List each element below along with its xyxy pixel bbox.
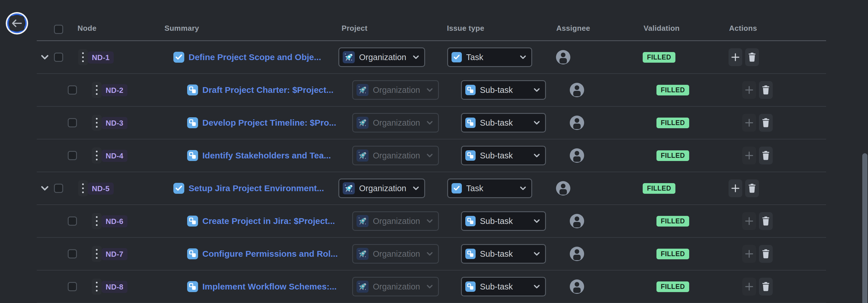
issue-type-select[interactable]: Sub-task — [461, 244, 546, 264]
summary-cell: Develop Project Timeline: $Pro... — [187, 107, 336, 139]
summary-link[interactable]: Configure Permissions and Rol... — [203, 249, 338, 259]
table-row: ND-8 Implement Workflow Schemes:... — [37, 271, 826, 303]
add-row-button[interactable] — [728, 48, 742, 66]
row-checkbox[interactable] — [68, 249, 77, 258]
drag-handle-icon[interactable] — [78, 49, 88, 65]
drag-handle-icon[interactable] — [92, 115, 102, 131]
row-checkbox[interactable] — [54, 53, 63, 62]
drag-handle-icon[interactable] — [92, 147, 102, 164]
assignee-avatar person-avatar-icon[interactable] — [556, 50, 570, 64]
issue-type-select[interactable]: Task — [447, 178, 532, 198]
subtask-icon — [465, 85, 476, 95]
chevron-down-icon — [413, 186, 419, 190]
rocket-icon — [356, 117, 369, 129]
column-header-project: Project — [342, 24, 367, 33]
subtask-icon — [465, 117, 476, 128]
assignee-avatar person-avatar-icon[interactable] — [570, 214, 584, 228]
row-checkbox[interactable] — [54, 184, 63, 193]
plus-icon — [745, 118, 754, 127]
back-button[interactable] — [7, 13, 27, 33]
delete-row-button[interactable] — [759, 114, 773, 132]
summary-link[interactable]: Create Project in Jira: $Project... — [203, 216, 335, 226]
chevron-down-icon — [427, 154, 433, 158]
node-id-badge: ND-2 — [102, 84, 127, 96]
add-row-button — [742, 147, 756, 164]
issue-type-select[interactable]: Sub-task — [461, 211, 546, 231]
subtask-icon — [187, 150, 198, 161]
summary-link[interactable]: Define Project Scope and Obje... — [189, 52, 321, 62]
plus-icon — [745, 85, 754, 94]
chevron-down-icon — [427, 219, 433, 223]
task-icon — [174, 183, 184, 194]
chevron-down-icon — [534, 252, 540, 256]
plus-icon — [745, 151, 754, 160]
delete-row-button[interactable] — [745, 48, 759, 66]
delete-row-button[interactable] — [759, 212, 773, 230]
project-select[interactable]: Organization — [338, 48, 425, 67]
validation-badge: FILLED — [643, 183, 675, 194]
arrow-left-icon — [9, 16, 24, 31]
subtask-icon — [465, 216, 476, 226]
drag-handle-icon[interactable] — [92, 279, 102, 295]
project-select[interactable]: Organization — [338, 178, 425, 198]
task-icon — [452, 183, 462, 193]
summary-cell: Configure Permissions and Rol... — [187, 238, 338, 270]
assignee-avatar person-avatar-icon[interactable] — [570, 247, 584, 261]
assignee-avatar person-avatar-icon[interactable] — [556, 181, 570, 195]
trash-icon — [762, 85, 770, 94]
column-header-assignee: Assignee — [556, 24, 590, 33]
issue-type-label: Sub-task — [480, 217, 513, 226]
subtask-icon — [187, 84, 198, 95]
subtask-icon — [187, 281, 198, 292]
node-id-badge: ND-8 — [102, 281, 127, 293]
issue-type-select[interactable]: Sub-task — [461, 113, 546, 133]
drag-handle-icon[interactable] — [92, 246, 102, 262]
column-header-actions: Actions — [729, 24, 757, 33]
assignee-avatar person-avatar-icon[interactable] — [570, 83, 584, 97]
drag-handle-icon[interactable] — [92, 82, 102, 98]
vertical-scrollbar-thumb[interactable] — [862, 153, 867, 303]
issue-type-select[interactable]: Sub-task — [461, 146, 546, 165]
row-checkbox[interactable] — [68, 85, 77, 94]
select-all-checkbox[interactable] — [54, 25, 63, 34]
issue-type-label: Task — [466, 184, 484, 193]
summary-link[interactable]: Implement Workflow Schemes:... — [203, 282, 337, 292]
chevron-down-icon — [534, 121, 540, 125]
validation-badge: FILLED — [656, 85, 689, 95]
expand-chevron-icon[interactable] — [40, 184, 50, 193]
row-checkbox[interactable] — [68, 282, 77, 291]
table-row: ND-6 Create Project in Jira: $Project... — [37, 205, 826, 238]
row-checkbox[interactable] — [68, 151, 77, 160]
assignee-avatar person-avatar-icon[interactable] — [570, 148, 584, 163]
expand-chevron-icon[interactable] — [40, 53, 50, 61]
issue-type-select[interactable]: Sub-task — [461, 80, 546, 100]
delete-row-button[interactable] — [759, 278, 773, 296]
issue-type-select[interactable]: Task — [447, 48, 532, 67]
node-id-badge: ND-6 — [102, 215, 127, 227]
issue-type-label: Sub-task — [480, 85, 513, 95]
node-id-badge: ND-3 — [102, 117, 127, 129]
row-checkbox[interactable] — [68, 118, 77, 127]
delete-row-button[interactable] — [759, 81, 773, 99]
trash-icon — [762, 118, 770, 127]
row-checkbox[interactable] — [68, 217, 77, 226]
issue-type-label: Task — [466, 53, 484, 62]
drag-handle-icon[interactable] — [92, 213, 102, 229]
assignee-avatar person-avatar-icon[interactable] — [570, 116, 584, 130]
rocket-icon — [343, 51, 355, 63]
delete-row-button[interactable] — [745, 180, 759, 197]
summary-link[interactable]: Identify Stakeholders and Tea... — [203, 150, 331, 160]
validation-badge: FILLED — [656, 216, 689, 226]
add-row-button[interactable] — [728, 180, 742, 197]
summary-link[interactable]: Develop Project Timeline: $Pro... — [203, 118, 336, 128]
summary-cell: Draft Project Charter: $Project... — [187, 74, 334, 106]
delete-row-button[interactable] — [759, 245, 773, 263]
trash-icon — [762, 217, 770, 226]
table-row: ND-7 Configure Permissions and Rol... — [37, 238, 826, 271]
assignee-avatar person-avatar-icon[interactable] — [570, 279, 584, 294]
summary-link[interactable]: Draft Project Charter: $Project... — [203, 85, 334, 95]
issue-type-select[interactable]: Sub-task — [461, 277, 546, 296]
delete-row-button[interactable] — [759, 147, 773, 164]
drag-handle-icon[interactable] — [78, 180, 88, 196]
summary-link[interactable]: Setup Jira Project Environment... — [189, 184, 324, 193]
